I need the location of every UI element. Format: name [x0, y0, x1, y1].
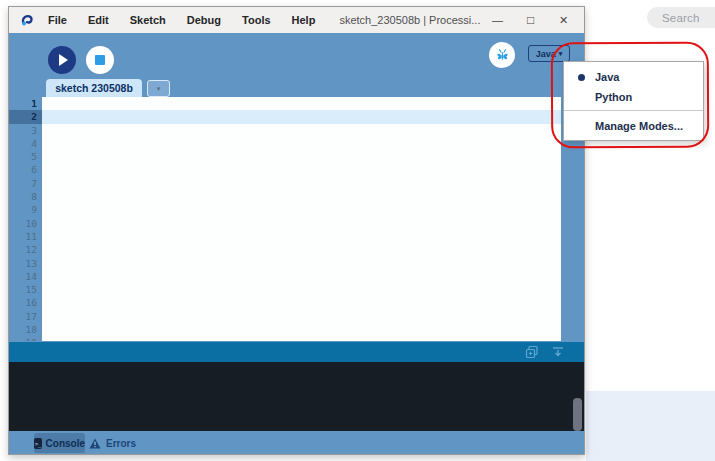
- clear-console-icon[interactable]: [551, 345, 565, 359]
- line-number[interactable]: 12: [9, 243, 42, 256]
- code-area[interactable]: [42, 270, 561, 283]
- sketch-tab[interactable]: sketch 230508b: [46, 79, 142, 97]
- code-area[interactable]: [42, 177, 561, 190]
- selected-bullet-icon: [578, 74, 585, 81]
- editor-line: 11: [9, 230, 561, 243]
- console-scrollbar[interactable]: [573, 398, 582, 431]
- stop-button[interactable]: [86, 46, 114, 74]
- sketch-tab-label: sketch 230508b: [55, 82, 133, 94]
- warning-icon: [89, 438, 101, 449]
- line-number[interactable]: 13: [9, 257, 42, 270]
- play-icon: [59, 54, 68, 66]
- editor-line: 10: [9, 217, 561, 230]
- copy-console-icon[interactable]: [525, 345, 539, 359]
- editor-line: 17: [9, 310, 561, 323]
- mode-menu-item-label: Manage Modes...: [595, 120, 683, 132]
- code-area[interactable]: [42, 283, 561, 296]
- background-page: [586, 391, 715, 461]
- window-controls: — □ ✕: [481, 7, 584, 33]
- line-number[interactable]: 19: [9, 336, 42, 341]
- editor-line: 18: [9, 323, 561, 336]
- line-number[interactable]: 7: [9, 177, 42, 190]
- code-area[interactable]: [42, 203, 561, 216]
- code-area[interactable]: [42, 230, 561, 243]
- code-editor[interactable]: 1 2 3 4 5 6 7 8 9 10 11 12 13 14 15 16 1…: [9, 97, 561, 341]
- code-area[interactable]: [42, 97, 561, 110]
- line-number[interactable]: 17: [9, 310, 42, 323]
- line-number[interactable]: 15: [9, 283, 42, 296]
- mode-menu-item-label: Python: [595, 91, 632, 103]
- mode-selector-button[interactable]: Java ▾: [528, 45, 570, 62]
- search-label: Search: [662, 12, 700, 24]
- line-number[interactable]: 9: [9, 203, 42, 216]
- code-area[interactable]: [42, 243, 561, 256]
- errors-tab-label: Errors: [106, 438, 136, 449]
- butterfly-icon: [495, 48, 510, 63]
- window-title: sketch_230508b | Processi...: [339, 14, 480, 26]
- code-area[interactable]: [42, 124, 561, 137]
- line-number[interactable]: 11: [9, 230, 42, 243]
- tab-errors[interactable]: Errors: [89, 433, 136, 453]
- console-tab-label: Console: [46, 438, 85, 449]
- line-number[interactable]: 6: [9, 163, 42, 176]
- console-toolbar: [9, 342, 584, 362]
- menu-tools[interactable]: Tools: [242, 14, 271, 26]
- line-number[interactable]: 2: [9, 110, 42, 123]
- menu-edit[interactable]: Edit: [88, 14, 109, 26]
- editor-line: 7: [9, 177, 561, 190]
- minimize-icon[interactable]: —: [481, 7, 514, 33]
- mode-menu-item-java[interactable]: Java: [564, 67, 703, 87]
- mode-menu-item-python[interactable]: Python: [564, 87, 703, 107]
- editor-line: 16: [9, 296, 561, 309]
- code-area[interactable]: [42, 137, 561, 150]
- code-area[interactable]: [42, 150, 561, 163]
- editor-line: 14: [9, 270, 561, 283]
- editor-line-current: 2: [9, 110, 561, 123]
- debug-button[interactable]: [489, 42, 515, 68]
- code-area[interactable]: [42, 217, 561, 230]
- line-number[interactable]: 4: [9, 137, 42, 150]
- code-area[interactable]: [42, 163, 561, 176]
- code-area[interactable]: [42, 336, 561, 341]
- code-area[interactable]: [42, 110, 561, 123]
- editor-line: 3: [9, 124, 561, 137]
- line-number[interactable]: 3: [9, 124, 42, 137]
- console-output[interactable]: [9, 362, 584, 431]
- tab-menu-button[interactable]: ▾: [147, 80, 170, 97]
- line-number[interactable]: 14: [9, 270, 42, 283]
- mode-menu-item-manage-modes[interactable]: Manage Modes...: [564, 115, 703, 136]
- editor-line: 15: [9, 283, 561, 296]
- code-area[interactable]: [42, 296, 561, 309]
- run-button[interactable]: [48, 46, 76, 74]
- tab-console[interactable]: >_ Console: [34, 433, 85, 453]
- processing-window: File Edit Sketch Debug Tools Help sketch…: [8, 6, 585, 455]
- maximize-icon[interactable]: □: [514, 7, 547, 33]
- line-number[interactable]: 8: [9, 190, 42, 203]
- processing-logo-icon: [19, 12, 35, 28]
- line-number[interactable]: 5: [9, 150, 42, 163]
- menu-sketch[interactable]: Sketch: [130, 14, 166, 26]
- line-number[interactable]: 18: [9, 323, 42, 336]
- code-area[interactable]: [42, 323, 561, 336]
- code-area[interactable]: [42, 257, 561, 270]
- search-box[interactable]: Search: [647, 7, 715, 28]
- menubar: File Edit Sketch Debug Tools Help: [48, 14, 315, 26]
- menu-debug[interactable]: Debug: [187, 14, 221, 26]
- editor-line: 9: [9, 203, 561, 216]
- line-number[interactable]: 16: [9, 296, 42, 309]
- menu-help[interactable]: Help: [292, 14, 316, 26]
- editor-line: 4: [9, 137, 561, 150]
- editor-line: 1: [9, 97, 561, 110]
- close-icon[interactable]: ✕: [547, 7, 580, 33]
- editor-line: 19: [9, 336, 561, 341]
- titlebar: File Edit Sketch Debug Tools Help sketch…: [9, 7, 584, 33]
- footer-tab-bar: >_ Console Errors: [9, 431, 584, 455]
- line-number[interactable]: 1: [9, 97, 42, 110]
- menu-separator: [564, 110, 703, 111]
- code-area[interactable]: [42, 190, 561, 203]
- editor-line: 6: [9, 163, 561, 176]
- code-area[interactable]: [42, 310, 561, 323]
- menu-file[interactable]: File: [48, 14, 67, 26]
- editor-line: 13: [9, 257, 561, 270]
- line-number[interactable]: 10: [9, 217, 42, 230]
